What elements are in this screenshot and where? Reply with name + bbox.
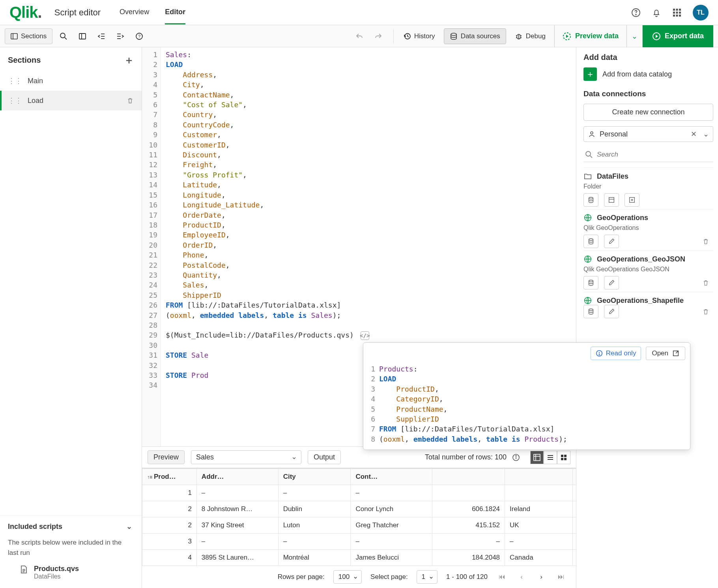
debug-button[interactable]: Debug [509,28,551,44]
outdent-icon[interactable] [93,28,109,44]
preview-tab[interactable]: Preview [148,450,185,464]
view-list-icon[interactable] [544,451,557,464]
connection-item[interactable]: GeoOperations_Shapefile [583,292,713,321]
apps-grid-icon[interactable] [672,8,682,17]
svg-rect-4 [679,9,681,11]
svg-rect-7 [679,11,681,13]
export-data-button[interactable]: Export data [643,25,713,47]
delete-connection-icon[interactable] [698,235,713,248]
table-row[interactable]: 28 Johnstown R…DublinConor Lynch606.1824… [142,501,576,517]
help-icon[interactable] [631,8,641,17]
connection-item[interactable]: DataFiles Folder [583,168,713,209]
search-script-icon[interactable] [56,28,71,44]
select-page-select[interactable]: 1 [417,570,438,584]
svg-point-67 [589,309,593,311]
col-header[interactable]: Addr… [196,469,278,485]
insert-script-icon[interactable] [604,193,619,207]
svg-marker-36 [656,35,658,38]
connection-item[interactable]: GeoOperations_GeoJSON Qlik GeoOperations… [583,250,713,292]
rows-count-label: Total number of rows: 100 [425,453,507,461]
view-table-icon[interactable] [530,451,544,464]
more-icon[interactable] [625,193,639,207]
chevron-down-icon[interactable]: ⌄ [703,130,709,138]
select-data-icon[interactable] [583,276,598,289]
table-row[interactable]: 3–––––––––– [142,534,576,550]
space-chip[interactable]: Personal ✕ ⌄ [583,126,713,142]
svg-point-1 [636,14,636,15]
readonly-badge: Read only [591,347,641,360]
page-next-icon[interactable]: › [536,573,547,581]
select-data-icon[interactable] [583,305,598,318]
col-header[interactable]: Cont… [351,469,432,485]
connection-search-input[interactable] [597,151,712,159]
svg-rect-9 [676,15,678,17]
add-section-icon[interactable]: ＋ [124,55,134,65]
create-connection-button[interactable]: Create new connection [583,104,713,121]
delete-section-icon[interactable] [127,97,134,104]
tab-overview[interactable]: Overview [120,1,149,24]
indent-icon[interactable] [112,28,128,44]
table-row[interactable]: 43895 St Lauren…MontréalJames Belucci184… [142,550,576,566]
svg-line-32 [520,37,522,38]
col-header[interactable]: ↑≡Prod… [142,469,197,485]
edit-connection-icon[interactable] [604,276,619,289]
table-row[interactable]: 1––––– [142,485,576,501]
page-last-icon[interactable]: ⏭ [555,573,567,581]
svg-text:?: ? [138,34,140,39]
edit-connection-icon[interactable] [604,305,619,318]
sections-title: Sections [8,56,41,65]
connection-item[interactable]: GeoOperations Qlik GeoOperations [583,209,713,250]
redo-icon[interactable] [370,28,386,44]
preview-table[interactable]: ↑≡Prod…Addr…CityCont…Cust…Disco…Frei1–––… [142,469,576,566]
chevron-down-icon[interactable]: ⌄ [124,522,134,531]
undo-icon[interactable] [352,28,367,44]
data-sources-button[interactable]: Data sources [444,28,506,44]
svg-rect-5 [673,11,675,13]
included-scripts-desc: The scripts below were included in the l… [0,538,142,565]
svg-marker-34 [566,35,568,38]
output-tab[interactable]: Output [308,450,341,464]
col-header[interactable] [505,469,573,485]
page-first-icon[interactable]: ⏮ [496,573,507,581]
page-prev-icon[interactable]: ‹ [516,573,527,581]
rows-info-icon[interactable] [511,453,521,462]
history-button[interactable]: History [398,28,441,44]
svg-rect-11 [11,34,17,39]
select-data-icon[interactable] [583,235,598,248]
search-icon [585,151,593,159]
info-icon[interactable]: ? [131,28,147,44]
page-range: 1 - 100 of 120 [446,573,488,581]
clear-space-icon[interactable]: ✕ [691,130,697,138]
section-item-load[interactable]: ⋮⋮Load [0,91,142,110]
tab-editor[interactable]: Editor [165,1,185,24]
delete-connection-icon[interactable] [698,305,713,318]
preview-table-select[interactable]: Sales [191,450,301,464]
col-header[interactable]: City [278,469,351,485]
svg-line-57 [590,156,592,158]
bell-icon[interactable] [652,8,661,17]
svg-line-41 [676,351,678,353]
add-from-catalog[interactable]: ＋ Add from data catalog [583,67,713,81]
edit-connection-icon[interactable] [604,235,619,248]
open-script-button[interactable]: Open [646,347,685,360]
section-item-main[interactable]: ⋮⋮Main [0,71,142,91]
svg-line-31 [516,37,517,38]
comment-icon[interactable] [75,28,90,44]
svg-rect-3 [676,9,678,11]
view-grid-icon[interactable] [557,451,570,464]
preview-dropdown-icon[interactable]: ⌄ [627,25,643,47]
col-header[interactable] [573,469,576,485]
drag-handle-icon[interactable]: ⋮⋮ [8,77,22,85]
rows-per-page-select[interactable]: 100 [333,570,362,584]
sections-toggle[interactable]: Sections [5,28,52,44]
col-header[interactable] [432,469,505,485]
table-row[interactable]: 237 King StreetLutonGreg Thatcher415.152… [142,517,576,534]
include-expand-icon[interactable]: </> [361,331,369,340]
included-file[interactable]: Products.qvs DataFiles [0,565,142,588]
svg-rect-59 [609,198,614,203]
select-data-icon[interactable] [583,193,598,207]
preview-data-button[interactable]: Preview data [554,25,627,47]
delete-connection-icon[interactable] [698,276,713,289]
drag-handle-icon[interactable]: ⋮⋮ [8,96,22,105]
avatar[interactable]: TL [693,5,709,21]
